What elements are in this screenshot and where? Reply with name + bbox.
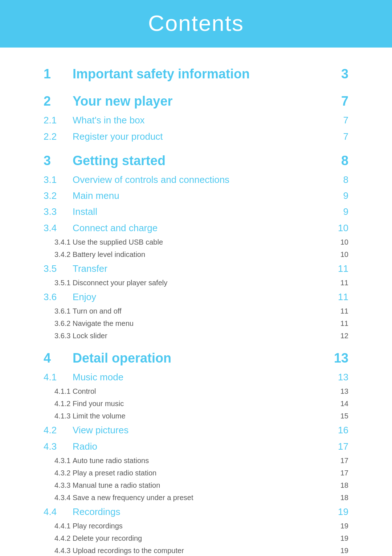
toc-row: 4.4.1Play recordings19 [44,520,348,532]
toc-row: 4.1.2Find your music14 [44,397,348,410]
toc-row: 4.1Music mode13 [44,369,348,385]
toc-num: 4.1 [44,369,73,385]
toc-row: 3.6.2Navigate the menu11 [44,317,348,330]
toc-label: Delete your recording [73,532,334,544]
toc-page: 12 [334,330,348,342]
toc-page: 7 [334,90,348,112]
toc-num: 4.4.2 [44,532,73,544]
toc-page: 19 [334,504,348,520]
toc-page: 15 [334,410,348,422]
toc-num: 3.6 [44,289,73,305]
toc-row: 4.1.3Limit the volume15 [44,410,348,422]
toc-num: 3.3 [44,204,73,220]
toc-label: Transfer [73,261,334,277]
toc-num: 4.1.3 [44,410,73,422]
toc-label: View pictures [73,422,334,438]
toc-page: 18 [334,491,348,504]
toc-page: 11 [334,261,348,277]
toc-row: 4.3.2Play a preset radio station17 [44,467,348,479]
toc-page: 10 [334,220,348,236]
toc-label: Connect and charge [73,220,334,236]
toc-num: 4.3.2 [44,467,73,479]
toc-label: Disconnect your player safely [73,277,334,289]
toc-page: 10 [334,236,348,248]
toc-label: Overview of controls and connections [73,172,334,188]
toc-label: Save a new frequency under a preset [73,491,334,504]
toc-row: 4.3.1Auto tune radio stations17 [44,454,348,467]
toc-num: 4.1.1 [44,385,73,397]
toc-num: 3.6.2 [44,317,73,330]
toc-label: Your new player [73,90,334,112]
toc-num: 3 [44,150,73,172]
toc-row: 3.4.2Battery level indication10 [44,248,348,261]
toc-label: Main menu [73,188,334,204]
toc-num: 2.2 [44,128,73,144]
toc-row: 3.3Install9 [44,204,348,220]
toc-page: 7 [334,128,348,144]
page-header: Contents [0,0,392,48]
toc-row: 3.6.3Lock slider12 [44,330,348,342]
toc-page: 17 [334,467,348,479]
toc-label: Turn on and off [73,305,334,317]
toc-page: 10 [334,248,348,261]
toc-page: 13 [334,347,348,369]
toc-page: 11 [334,289,348,305]
toc-row: 4.4Recordings19 [44,504,348,520]
toc-num: 4.3.3 [44,479,73,491]
toc-row: 4.2View pictures16 [44,422,348,438]
toc-page: 19 [334,520,348,532]
toc-num: 4.3 [44,438,73,454]
toc-row: 1Important safety information3 [44,58,348,85]
toc-num: 3.2 [44,188,73,204]
toc-page: 13 [334,369,348,385]
toc-num: 4.4.1 [44,520,73,532]
toc-page: 17 [334,438,348,454]
toc-row: 3.4.1Use the supplied USB cable10 [44,236,348,248]
toc-label: Lock slider [73,330,334,342]
toc-row: 3Getting started8 [44,144,348,172]
toc-num: 2.1 [44,112,73,128]
toc-num: 4.1.2 [44,397,73,410]
toc-num: 3.5.1 [44,277,73,289]
toc-page: 9 [334,188,348,204]
toc-num: 4.4 [44,504,73,520]
toc-row: 4.3Radio17 [44,438,348,454]
toc-page: 11 [334,277,348,289]
toc-num: 4.3.1 [44,454,73,467]
toc-label: Enjoy [73,289,334,305]
toc-row: 4.4.2Delete your recording19 [44,532,348,544]
toc-row: 3.4Connect and charge10 [44,220,348,236]
toc-label: Detail operation [73,347,334,369]
toc-row: 2.2Register your product7 [44,128,348,144]
toc-label: Play a preset radio station [73,467,334,479]
toc-page: 11 [334,317,348,330]
toc-row: 4.3.3Manual tune a radio station18 [44,479,348,491]
toc-page: 19 [334,532,348,544]
toc-row: 3.6.1Turn on and off11 [44,305,348,317]
toc-num: 3.6.1 [44,305,73,317]
toc-label: Recordings [73,504,334,520]
toc-label: Install [73,204,334,220]
toc-num: 3.4.2 [44,248,73,261]
toc-page: 17 [334,454,348,467]
toc-row: 3.2Main menu9 [44,188,348,204]
toc-row: 4.1.1Control13 [44,385,348,397]
toc-row: 2Your new player7 [44,85,348,112]
toc-label: Navigate the menu [73,317,334,330]
toc-num: 4.4.3 [44,544,73,556]
toc-row: 3.6Enjoy11 [44,289,348,305]
toc-label: Control [73,385,334,397]
toc-label: Music mode [73,369,334,385]
toc-label: Find your music [73,397,334,410]
toc-label: Getting started [73,150,334,172]
toc-label: Use the supplied USB cable [73,236,334,248]
toc-num: 4.3.4 [44,491,73,504]
toc-num: 3.4.1 [44,236,73,248]
toc-label: Radio [73,438,334,454]
toc-row: 2.1What's in the box7 [44,112,348,128]
toc-page: 14 [334,397,348,410]
toc-num: 4.2 [44,422,73,438]
toc-label: Register your product [73,128,334,144]
toc-row: 3.1Overview of controls and connections8 [44,172,348,188]
toc-num: 3.6.3 [44,330,73,342]
